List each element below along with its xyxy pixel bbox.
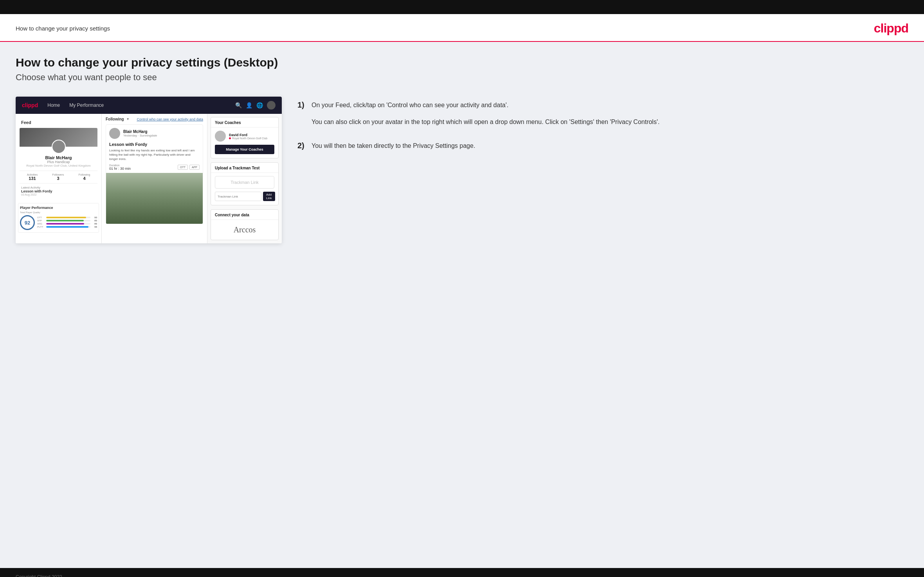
coach-info: David Ford Royal North Devon Golf Club <box>229 133 267 140</box>
feed-tab[interactable]: Feed <box>16 117 101 128</box>
player-performance: Player Performance Total Player Quality … <box>18 203 99 233</box>
coach-item: David Ford Royal North Devon Golf Club <box>211 128 278 145</box>
connect-brand: Arccos <box>211 220 278 240</box>
app-widgets: Your Coaches David Ford Royal North Devo… <box>207 114 282 243</box>
avatar-button[interactable] <box>267 101 276 110</box>
trackman-add-button[interactable]: Add Link <box>263 192 275 201</box>
demo-layout: clippd Home My Performance 🔍 👤 🌐 Feed <box>16 97 908 243</box>
main-content: How to change your privacy settings (Des… <box>0 42 924 568</box>
app-nav-home: Home <box>47 102 60 108</box>
stat-followers: Followers 3 <box>52 173 64 181</box>
globe-icon[interactable]: 🌐 <box>256 102 263 108</box>
coach-club-name: Royal North Devon Golf Club <box>232 137 267 140</box>
app-nav-logo: clippd <box>22 102 38 108</box>
top-bar <box>0 0 924 14</box>
latest-date: 03 Aug 2022 <box>20 193 97 196</box>
step2-text: You will then be taken directly to the P… <box>312 141 475 151</box>
stats-row: Activities 131 Followers 3 Following 4 <box>20 171 97 183</box>
coaches-title: Your Coaches <box>211 117 278 128</box>
duration-value: 01 hr : 30 min <box>109 167 131 171</box>
duration-row: Duration 01 hr : 30 min OTT APP <box>106 164 203 173</box>
app-nav-right: 🔍 👤 🌐 <box>235 101 276 110</box>
post-author-name: Blair McHarg <box>123 129 157 134</box>
duration-label: Duration <box>109 164 131 167</box>
clippd-logo: clippd <box>874 21 908 36</box>
article-title: How to change your privacy settings (Des… <box>16 56 908 69</box>
tpq-label: Total Player Quality <box>20 211 97 214</box>
article-subtitle: Choose what you want people to see <box>16 72 908 83</box>
post-tags: OTT APP <box>178 165 200 170</box>
profile-banner <box>20 128 97 147</box>
post-author-info: Blair McHarg Yesterday · Sunningdale <box>123 129 157 137</box>
coach-name: David Ford <box>229 133 267 137</box>
post-header: Blair McHarg Yesterday · Sunningdale <box>106 125 203 142</box>
post-title: Lesson with Fordy <box>106 142 203 148</box>
app-navbar: clippd Home My Performance 🔍 👤 🌐 <box>16 97 282 114</box>
activities-value: 131 <box>27 176 38 181</box>
instruction-1: 1) On your Feed, click/tap on 'Control w… <box>297 101 908 127</box>
tag-app: APP <box>189 165 200 170</box>
latest-activity: Lesson with Fordy <box>20 189 97 193</box>
connect-widget: Connect your data Arccos <box>211 209 279 240</box>
trackman-title: Upload a Trackman Test <box>211 163 278 173</box>
following-bar: Following ▼ Control who can see your act… <box>106 114 203 124</box>
step1-text-main: On your Feed, click/tap on 'Control who … <box>312 101 659 110</box>
person-icon[interactable]: 👤 <box>246 102 252 108</box>
post-image-bg <box>106 173 203 224</box>
location-dot-icon <box>229 137 231 139</box>
bar-putt: PUTT 96 <box>37 226 97 228</box>
app-nav-performance: My Performance <box>69 102 104 108</box>
stat-activities: Activities 131 <box>27 173 38 181</box>
instructions: 1) On your Feed, click/tap on 'Control w… <box>297 97 908 165</box>
app-body: Feed Blair McHarg Plus Handicap Royal No… <box>16 114 282 243</box>
page-header: How to change your privacy settings clip… <box>0 14 924 42</box>
step1-num: 1) <box>297 101 308 127</box>
coach-avatar <box>215 131 226 142</box>
profile-avatar <box>52 140 66 154</box>
bar-app: APP 85 <box>37 219 97 222</box>
trackman-input[interactable] <box>215 192 261 201</box>
profile-club: Royal North Devon Golf Club, United King… <box>20 164 97 167</box>
tpq-row: 92 OTT 90 APP 85 <box>20 215 97 230</box>
copyright-text: Copyright Clippd 2022 <box>16 574 62 577</box>
followers-value: 3 <box>52 176 64 181</box>
trackman-input-row: Add Link <box>211 192 278 205</box>
activities-label: Activities <box>27 173 38 176</box>
coaches-widget: Your Coaches David Ford Royal North Devo… <box>211 117 279 158</box>
following-label[interactable]: Following <box>106 117 124 121</box>
app-feed: Following ▼ Control who can see your act… <box>102 114 207 243</box>
stat-following: Following 4 <box>79 173 90 181</box>
search-icon[interactable]: 🔍 <box>235 102 242 108</box>
perf-bars: OTT 90 APP 85 ARG <box>37 216 97 229</box>
tag-ott: OTT <box>178 165 188 170</box>
following-value: 4 <box>79 176 90 181</box>
tpq-circle: 92 <box>20 215 35 230</box>
step1-text-alt: You can also click on your avatar in the… <box>312 117 659 127</box>
manage-coaches-button[interactable]: Manage Your Coaches <box>215 145 274 154</box>
profile-name: Blair McHarg <box>20 155 97 160</box>
following-label: Following <box>79 173 90 176</box>
bar-ott: OTT 90 <box>37 216 97 219</box>
duration-info: Duration 01 hr : 30 min <box>109 164 131 171</box>
latest-label: Latest Activity <box>20 186 97 189</box>
trackman-widget: Upload a Trackman Test Trackman Link Add… <box>211 162 279 205</box>
page-header-title: How to change your privacy settings <box>16 25 110 32</box>
app-mockup: clippd Home My Performance 🔍 👤 🌐 Feed <box>16 97 282 243</box>
post-card: Blair McHarg Yesterday · Sunningdale Les… <box>106 124 203 224</box>
bar-arg: ARG 86 <box>37 223 97 225</box>
app-sidebar: Feed Blair McHarg Plus Handicap Royal No… <box>16 114 102 243</box>
post-image <box>106 173 203 224</box>
coach-club: Royal North Devon Golf Club <box>229 137 267 140</box>
post-desc: Looking to feel like my hands are exitin… <box>106 148 203 164</box>
trackman-link-placeholder: Trackman Link <box>215 176 274 189</box>
connect-title: Connect your data <box>211 210 278 220</box>
profile-card: Blair McHarg Plus Handicap Royal North D… <box>16 128 101 203</box>
post-avatar <box>109 128 120 139</box>
profile-tag: Plus Handicap <box>20 160 97 164</box>
chevron-down-icon: ▼ <box>126 117 130 121</box>
followers-label: Followers <box>52 173 64 176</box>
post-meta: Yesterday · Sunningdale <box>123 134 157 137</box>
perf-title: Player Performance <box>20 206 97 210</box>
page-footer: Copyright Clippd 2022 <box>0 568 924 577</box>
control-link[interactable]: Control who can see your activity and da… <box>137 117 203 121</box>
